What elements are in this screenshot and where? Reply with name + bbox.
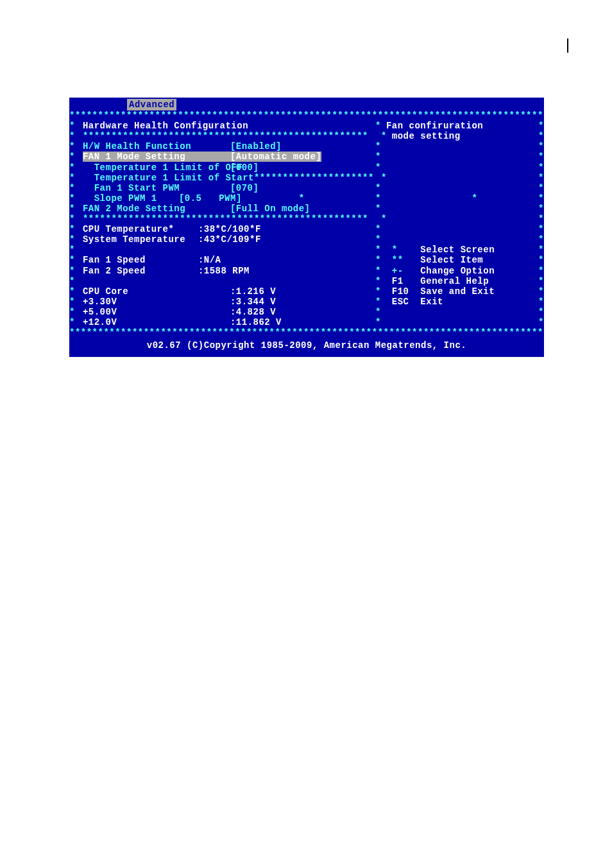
page-title: Hardware Health Configuration	[77, 121, 375, 131]
setting-hw-health[interactable]: * H/W Health Function[Enabled] * *	[69, 141, 544, 152]
tab-bar: Advanced	[69, 98, 544, 110]
status-v33: * +3.30V:3.344 V * ESC Exit *	[69, 297, 544, 307]
status-v12: * +12.0V:11.862 V * *	[69, 317, 544, 327]
border-bottom: ****************************************…	[69, 327, 544, 338]
setting-fan1-mode[interactable]: * FAN 1 Mode Setting[Automatic mode] * *	[69, 152, 544, 162]
setting-temp-start[interactable]: * Temperature 1 Limit of Start**********…	[69, 173, 544, 183]
setting-fan1-start-pwm[interactable]: * Fan 1 Start PWM[070] * *	[69, 183, 544, 193]
status-v5: * +5.00V:4.828 V * *	[69, 307, 544, 317]
status-cpu-temp: * CPU Temperature*:38*C/100*F * *	[69, 224, 544, 234]
help-line1: Fan confiruration	[381, 121, 536, 131]
status-fan1-speed: * Fan 1 Speed:N/A * ** Select Item *	[69, 255, 544, 265]
status-cpu-core: * CPU Core:1.216 V * F10 Save and Exit *	[69, 286, 544, 297]
setting-slope-pwm[interactable]: * Slope PWM 1[0.5 PWM] * * * *	[69, 193, 544, 204]
setting-temp-off[interactable]: * Temperature 1 Limit of OFF[000] * *	[69, 162, 544, 173]
border-top: ****************************************…	[69, 110, 544, 121]
tab-advanced[interactable]: Advanced	[127, 99, 176, 110]
status-sys-temp: * System Temperature:43*C/109*F * *	[69, 234, 544, 245]
text-cursor	[567, 39, 568, 53]
bios-screen: Advanced *******************************…	[69, 98, 544, 357]
footer-copyright: v02.67 (C)Copyright 1985-2009, American …	[69, 338, 544, 357]
setting-fan2-mode[interactable]: * FAN 2 Mode Setting[Full On mode] * *	[69, 204, 544, 214]
status-fan2-speed: * Fan 2 Speed:1588 RPM * +- Change Optio…	[69, 266, 544, 276]
help-line2: mode setting	[387, 131, 536, 141]
